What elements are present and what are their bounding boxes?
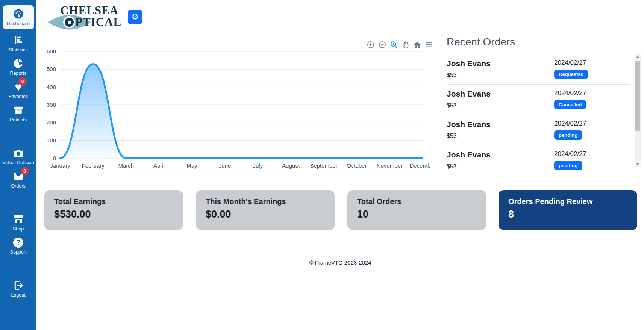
order-status-badge: Requested xyxy=(554,70,588,79)
svg-text:April: April xyxy=(153,162,165,169)
favorites-count-badge: 0 xyxy=(18,77,27,86)
card-label: Total Earnings xyxy=(54,197,173,206)
svg-text:January: January xyxy=(50,162,70,169)
settings-button[interactable]: ⚙ xyxy=(128,10,142,24)
svg-text:November: November xyxy=(377,162,403,169)
orders-pending-review-card[interactable]: Orders Pending Review 8 xyxy=(499,190,637,230)
card-value: 10 xyxy=(357,209,476,220)
card-value: 8 xyxy=(508,209,627,220)
svg-text:200: 200 xyxy=(47,119,56,126)
svg-text:February: February xyxy=(82,162,105,169)
gauge-icon xyxy=(13,8,24,20)
svg-text:600: 600 xyxy=(47,48,56,54)
sidebar-item-logout[interactable]: Logout xyxy=(2,279,35,298)
camera-icon xyxy=(13,147,24,159)
card-label: Total Orders xyxy=(357,197,476,206)
order-status-badge: pending xyxy=(554,130,582,140)
order-row[interactable]: Josh Evans $53 2024/02/27 pending xyxy=(447,115,629,145)
sidebar-item-label: Statistics xyxy=(9,47,27,53)
svg-text:400: 400 xyxy=(47,84,56,90)
copyright-footer: © FrameVTO 2023-2024 xyxy=(36,259,644,266)
order-date: 2024/02/27 xyxy=(554,150,629,158)
order-status-badge: pending xyxy=(554,161,582,170)
svg-text:July: July xyxy=(253,162,263,169)
sidebar-item-favorites[interactable]: ♥ 0 Favorites xyxy=(2,81,35,99)
month-earnings-card: This Month's Earnings $0.00 xyxy=(196,190,335,230)
sidebar-item-label: Reports xyxy=(10,71,27,76)
order-amount: $53 xyxy=(447,163,554,170)
total-orders-card: Total Orders 10 xyxy=(347,190,486,230)
sidebar-item-statistics[interactable]: Statistics xyxy=(2,34,35,53)
chelsea-optical-logo: CHELSEA PTICAL xyxy=(47,3,123,31)
svg-text:500: 500 xyxy=(47,66,56,72)
sidebar-item-patients[interactable]: Patients xyxy=(2,104,35,123)
sidebar-item-label: Orders xyxy=(11,183,25,189)
sidebar-item-label: Patients xyxy=(10,117,27,123)
inbox-icon: 8 xyxy=(13,170,24,182)
svg-text:September: September xyxy=(310,162,337,169)
order-customer-name: Josh Evans xyxy=(447,120,554,129)
svg-text:October: October xyxy=(347,162,367,169)
sidebar-item-shop[interactable]: Shop xyxy=(2,213,35,232)
svg-text:December: December xyxy=(409,162,430,169)
order-customer-name: Josh Evans xyxy=(447,150,554,159)
order-row[interactable]: Josh Evans $53 2024/02/27 Requested xyxy=(447,54,629,84)
sidebar-item-label: Virtual Optician xyxy=(2,160,34,165)
sidebar-item-orders[interactable]: 8 Orders xyxy=(2,170,35,189)
sidebar-item-label: Logout xyxy=(11,292,25,298)
card-label: Orders Pending Review xyxy=(508,197,627,206)
scroll-up-arrow-icon[interactable] xyxy=(635,54,641,60)
order-amount: $53 xyxy=(447,133,554,139)
sidebar-item-label: Support xyxy=(10,250,27,255)
pie-chart-icon xyxy=(13,58,24,70)
sidebar-item-support[interactable]: ? Support xyxy=(2,236,35,255)
heart-icon: ♥ 0 xyxy=(15,81,22,93)
sidebar: Dashboard Statistics Reports ♥ 0 Favorit… xyxy=(0,0,36,330)
order-row[interactable]: Josh Evans $53 2024/02/27 Cancelled xyxy=(447,84,629,115)
svg-text:0: 0 xyxy=(53,155,56,161)
scroll-down-arrow-icon[interactable] xyxy=(635,161,641,167)
order-customer-name: Josh Evans xyxy=(447,59,554,68)
dashboard-page: Dashboard Statistics Reports ♥ 0 Favorit… xyxy=(0,0,644,330)
order-row[interactable]: Josh Evans $53 2024/02/27 pending xyxy=(447,145,629,176)
orders-scrollbar[interactable] xyxy=(635,54,641,167)
card-label: This Month's Earnings xyxy=(206,197,325,206)
sidebar-item-label: Shop xyxy=(13,226,24,232)
logout-icon xyxy=(13,279,24,291)
recent-orders-list: Josh Evans $53 2024/02/27 Requested Josh… xyxy=(447,54,641,167)
order-date: 2024/02/27 xyxy=(554,89,629,97)
svg-text:March: March xyxy=(118,162,134,169)
order-amount: $53 xyxy=(447,72,554,79)
sidebar-item-virtual-optician[interactable]: Virtual Optician xyxy=(2,147,35,165)
recent-orders-title: Recent Orders xyxy=(447,36,641,48)
order-date: 2024/02/27 xyxy=(554,120,629,127)
logo-eye-pupil xyxy=(63,16,75,28)
bar-chart-icon xyxy=(13,34,24,46)
svg-text:August: August xyxy=(282,162,300,169)
svg-text:June: June xyxy=(219,162,231,169)
svg-text:300: 300 xyxy=(47,101,56,108)
svg-text:100: 100 xyxy=(47,137,56,144)
order-status-badge: Cancelled xyxy=(554,100,586,109)
logo-line2: PTICAL xyxy=(75,15,121,29)
recent-orders-panel: Recent Orders Josh Evans $53 2024/02/27 … xyxy=(447,36,641,172)
total-earnings-card: Total Earnings $530.00 xyxy=(44,190,183,230)
sidebar-item-dashboard[interactable]: Dashboard xyxy=(3,5,34,29)
svg-text:May: May xyxy=(186,162,197,169)
monthly-earnings-area-chart[interactable]: 0100200300400500600JanuaryFebruaryMarchA… xyxy=(43,45,430,173)
earnings-chart: 0100200300400500600JanuaryFebruaryMarchA… xyxy=(43,36,436,173)
storefront-icon xyxy=(13,213,24,225)
gear-icon: ⚙ xyxy=(132,12,139,21)
order-customer-name: Josh Evans xyxy=(447,89,554,98)
question-circle-icon: ? xyxy=(13,236,23,248)
sidebar-item-label: Dashboard xyxy=(7,21,30,26)
sidebar-item-label: Favorites xyxy=(9,94,28,99)
sidebar-item-reports[interactable]: Reports xyxy=(2,58,35,76)
orders-count-badge: 8 xyxy=(21,167,29,175)
order-date: 2024/02/27 xyxy=(554,59,629,67)
card-value: $0.00 xyxy=(206,209,325,220)
scrollbar-thumb[interactable] xyxy=(635,61,640,131)
archive-box-icon xyxy=(13,104,24,116)
order-amount: $53 xyxy=(447,102,554,109)
card-value: $530.00 xyxy=(54,209,173,220)
